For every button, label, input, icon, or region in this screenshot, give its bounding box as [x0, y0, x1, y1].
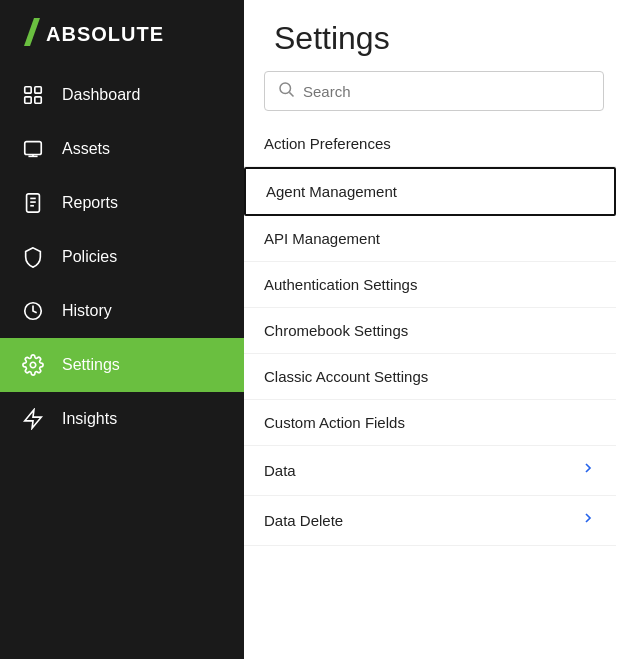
sidebar-label-dashboard: Dashboard — [62, 86, 140, 104]
logo-slash-icon — [20, 18, 42, 50]
insights-icon — [20, 406, 46, 432]
sidebar-label-assets: Assets — [62, 140, 110, 158]
sidebar-item-dashboard[interactable]: Dashboard — [0, 68, 244, 122]
page-title: Settings — [244, 0, 624, 71]
svg-line-16 — [289, 92, 293, 96]
menu-item-label: Chromebook Settings — [264, 322, 408, 339]
sidebar-label-insights: Insights — [62, 410, 117, 428]
svg-marker-0 — [24, 18, 40, 46]
menu-item-data[interactable]: Data — [244, 446, 616, 496]
menu-item-agent-management[interactable]: Agent Management — [244, 167, 616, 216]
sidebar-item-policies[interactable]: Policies — [0, 230, 244, 284]
logo: ABSOLUTE — [0, 0, 244, 68]
menu-item-label: Data Delete — [264, 512, 343, 529]
sidebar-label-history: History — [62, 302, 112, 320]
menu-item-label: Agent Management — [266, 183, 397, 200]
svg-rect-3 — [25, 97, 31, 103]
menu-item-label: Action Preferences — [264, 135, 391, 152]
settings-icon — [20, 352, 46, 378]
svg-rect-8 — [27, 194, 40, 212]
chevron-right-icon — [580, 460, 596, 481]
svg-rect-5 — [25, 142, 42, 155]
assets-icon — [20, 136, 46, 162]
menu-item-authentication-settings[interactable]: Authentication Settings — [244, 262, 616, 308]
dashboard-icon — [20, 82, 46, 108]
history-icon — [20, 298, 46, 324]
menu-item-label: API Management — [264, 230, 380, 247]
sidebar-item-reports[interactable]: Reports — [0, 176, 244, 230]
menu-item-label: Custom Action Fields — [264, 414, 405, 431]
menu-item-data-delete[interactable]: Data Delete — [244, 496, 616, 546]
sidebar-label-policies: Policies — [62, 248, 117, 266]
menu-item-custom-action-fields[interactable]: Custom Action Fields — [244, 400, 616, 446]
nav-items: Dashboard Assets Reports Policies Histor — [0, 68, 244, 659]
sidebar-item-assets[interactable]: Assets — [0, 122, 244, 176]
svg-rect-4 — [35, 97, 41, 103]
chevron-right-icon — [580, 510, 596, 531]
svg-point-13 — [30, 362, 36, 368]
search-container — [244, 71, 624, 121]
search-icon — [277, 80, 295, 102]
sidebar-item-insights[interactable]: Insights — [0, 392, 244, 446]
main-content: Settings Action Preferences Agent Manage… — [244, 0, 624, 659]
menu-item-label: Data — [264, 462, 296, 479]
reports-icon — [20, 190, 46, 216]
menu-item-action-preferences[interactable]: Action Preferences — [244, 121, 616, 167]
sidebar-label-reports: Reports — [62, 194, 118, 212]
svg-point-15 — [280, 83, 291, 94]
menu-item-classic-account-settings[interactable]: Classic Account Settings — [244, 354, 616, 400]
sidebar-item-settings[interactable]: Settings — [0, 338, 244, 392]
svg-marker-14 — [25, 410, 42, 428]
policies-icon — [20, 244, 46, 270]
search-input[interactable] — [303, 83, 591, 100]
menu-item-label: Authentication Settings — [264, 276, 417, 293]
sidebar-item-history[interactable]: History — [0, 284, 244, 338]
settings-menu-list: Action Preferences Agent Management API … — [244, 121, 624, 659]
svg-rect-2 — [35, 87, 41, 93]
sidebar-label-settings: Settings — [62, 356, 120, 374]
menu-item-chromebook-settings[interactable]: Chromebook Settings — [244, 308, 616, 354]
search-box — [264, 71, 604, 111]
svg-rect-1 — [25, 87, 31, 93]
menu-item-api-management[interactable]: API Management — [244, 216, 616, 262]
menu-item-label: Classic Account Settings — [264, 368, 428, 385]
sidebar: ABSOLUTE Dashboard Assets Reports Polic — [0, 0, 244, 659]
logo-text: ABSOLUTE — [46, 23, 164, 46]
